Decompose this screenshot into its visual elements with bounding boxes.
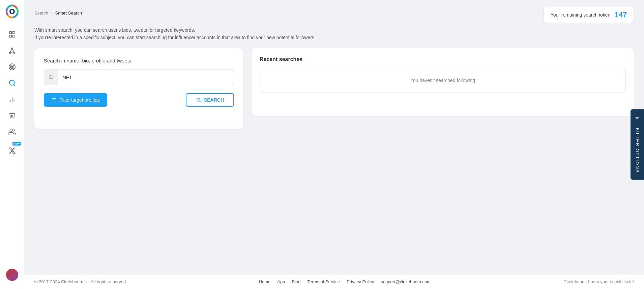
search-button[interactable]: SEARCH [186, 93, 234, 107]
filter-button-label: Filter target profiles [59, 97, 100, 103]
svg-point-16 [9, 80, 14, 85]
svg-rect-6 [12, 35, 14, 37]
footer-tagline: Circleboom, boom your social circle! [563, 279, 634, 284]
svg-line-10 [10, 49, 12, 52]
recent-searches-card: Recent searches You haven't searched fol… [252, 48, 634, 116]
page-description: With smart search, you can search user's… [34, 26, 634, 42]
footer-copyright: © 2017-2024 Circleboom llc. All rights r… [34, 279, 126, 284]
filter-panel-label: FILTER OPTIONS [635, 128, 640, 173]
content-area: Search › Smart Search Your remaining sea… [24, 0, 644, 274]
footer-links: Home App Blog Terms of Service Privacy P… [259, 279, 431, 284]
search-card: Search in name, bio, profile and tweets [34, 48, 243, 129]
sidebar-item-x[interactable]: NEW [5, 143, 20, 158]
svg-point-2 [11, 10, 13, 13]
breadcrumb: Search › Smart Search [34, 10, 82, 16]
sidebar-item-target[interactable] [5, 59, 20, 74]
filter-button[interactable]: Filter target profiles [44, 93, 107, 107]
svg-point-21 [10, 129, 12, 131]
search-input[interactable] [58, 71, 234, 83]
cards-row: Search in name, bio, profile and tweets [34, 48, 634, 129]
footer-link-app[interactable]: App [277, 279, 285, 284]
footer: © 2017-2024 Circleboom llc. All rights r… [24, 274, 644, 289]
svg-line-28 [199, 101, 201, 102]
sidebar-item-cleanup[interactable] [5, 108, 20, 123]
sidebar-item-network[interactable] [5, 43, 20, 58]
sidebar-item-search[interactable] [5, 76, 20, 90]
search-input-icon [44, 70, 58, 85]
search-actions: Filter target profiles SEARCH [44, 93, 234, 107]
footer-link-tos[interactable]: Terms of Service [307, 279, 340, 284]
recent-empty-message: You haven't searched following [410, 78, 475, 83]
filter-options-panel[interactable]: FILTER OPTIONS [631, 109, 644, 180]
search-card-title: Search in name, bio, profile and tweets [44, 58, 234, 63]
footer-link-privacy[interactable]: Privacy Policy [347, 279, 374, 284]
sidebar: NEW [0, 0, 24, 289]
sidebar-item-users[interactable] [5, 124, 20, 139]
token-count: 147 [614, 10, 627, 19]
description-line1: With smart search, you can search user's… [34, 26, 634, 34]
footer-link-blog[interactable]: Blog [292, 279, 300, 284]
breadcrumb-current: Smart Search [55, 10, 82, 16]
description-line2: If you're interested in a specific subje… [34, 34, 634, 41]
new-badge: NEW [12, 142, 21, 146]
footer-link-home[interactable]: Home [259, 279, 271, 284]
svg-line-17 [13, 84, 15, 86]
token-label: Your remaining search token: [551, 12, 612, 18]
breadcrumb-parent[interactable]: Search [34, 10, 48, 16]
svg-rect-3 [9, 32, 11, 34]
app-logo[interactable] [5, 4, 20, 19]
svg-point-15 [11, 66, 13, 68]
svg-line-11 [12, 49, 14, 52]
recent-searches-empty: You haven't searched following [260, 68, 626, 93]
avatar[interactable] [6, 269, 18, 281]
svg-point-14 [10, 65, 14, 69]
sidebar-item-analytics[interactable] [5, 92, 20, 107]
filter-panel-icon [635, 116, 640, 123]
svg-rect-4 [12, 32, 14, 34]
footer-link-support[interactable]: support@circleboom.com [381, 279, 431, 284]
token-info: Your remaining search token: 147 [544, 7, 634, 23]
search-button-label: SEARCH [204, 97, 224, 103]
svg-rect-5 [9, 35, 11, 37]
breadcrumb-separator: › [51, 10, 52, 16]
main-content: Search › Smart Search Your remaining sea… [24, 0, 644, 289]
search-input-wrapper [44, 70, 234, 85]
sidebar-item-dashboard[interactable] [5, 27, 20, 42]
svg-point-7 [11, 48, 13, 49]
recent-searches-title: Recent searches [260, 56, 626, 62]
svg-line-23 [52, 78, 53, 79]
sidebar-navigation: NEW [5, 27, 20, 269]
